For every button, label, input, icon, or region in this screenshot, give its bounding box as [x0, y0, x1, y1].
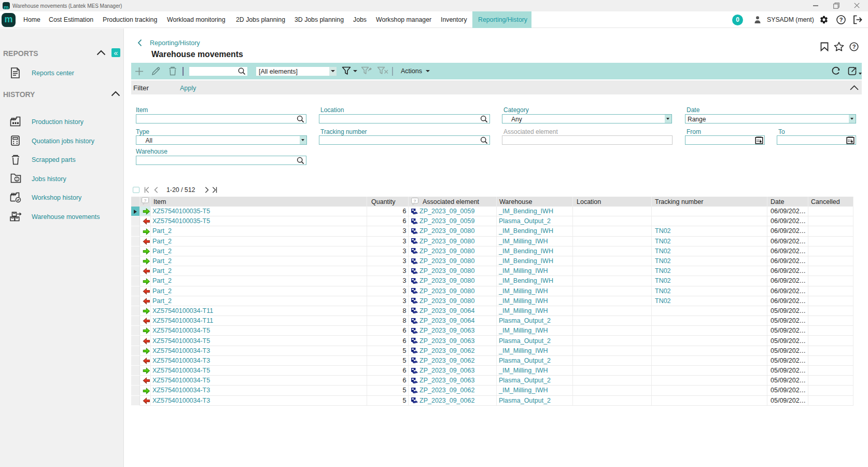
svg-text:?: ? — [852, 44, 856, 50]
svg-text:?: ? — [839, 17, 843, 23]
